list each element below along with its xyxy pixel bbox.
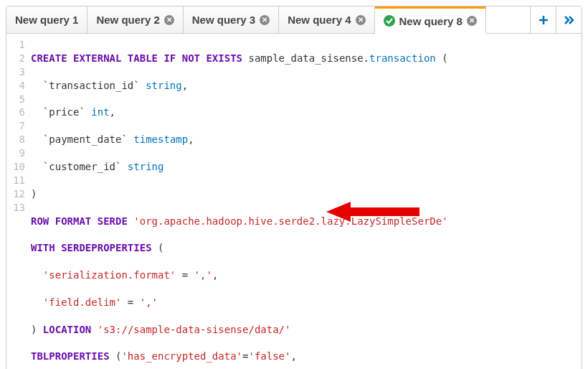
column-id: `customer_id` [43, 161, 122, 172]
string-literal: 'org.apache.hadoop.hive.serde2.lazy.Lazy… [133, 215, 447, 227]
chevron-double-right-icon [564, 15, 575, 25]
tab-query-3[interactable]: New query 3 ✕ [184, 6, 279, 33]
column-id: `price` [43, 106, 85, 118]
tab-query-2[interactable]: New query 2 ✕ [87, 6, 183, 33]
tab-label: New query 3 [192, 14, 255, 26]
type: timestamp [133, 134, 188, 145]
type: string [128, 161, 164, 172]
check-icon [384, 15, 395, 27]
line-gutter: 12345678910111213 [6, 38, 31, 369]
string-literal: 'false' [248, 350, 290, 362]
string-literal: 's3://sample-data-sisense/data/' [98, 324, 291, 335]
string-literal: 'serialization.format' [43, 269, 176, 281]
code-content[interactable]: CREATE EXTERNAL TABLE IF NOT EXISTS samp… [31, 38, 582, 369]
column-id: `payment_date` [43, 134, 128, 145]
database-name: sample_data_sisense [248, 52, 363, 64]
plus-icon [539, 15, 549, 25]
query-editor: New query 1 New query 2 ✕ New query 3 ✕ … [6, 6, 582, 369]
close-icon[interactable]: ✕ [260, 15, 270, 25]
keyword: TBLPROPERTIES [31, 350, 110, 362]
tab-label: New query 2 [96, 14, 159, 26]
column-id: `transaction_id` [43, 80, 140, 91]
string-literal: ',' [194, 269, 212, 281]
keyword: LOCATION [43, 324, 91, 335]
close-icon[interactable]: ✕ [164, 15, 174, 25]
overflow-tabs-button[interactable] [556, 6, 582, 33]
string-literal: ',' [140, 296, 158, 308]
tab-query-8-active[interactable]: New query 8 ✕ [375, 6, 486, 34]
tab-query-4[interactable]: New query 4 ✕ [279, 6, 374, 33]
tab-bar: New query 1 New query 2 ✕ New query 3 ✕ … [6, 6, 582, 34]
add-tab-button[interactable] [530, 6, 556, 33]
close-icon[interactable]: ✕ [356, 15, 366, 25]
keyword: WITH SERDEPROPERTIES [31, 242, 152, 253]
close-icon[interactable]: ✕ [467, 16, 477, 26]
string-literal: 'has_encrypted_data' [121, 350, 242, 362]
tab-label: New query 1 [15, 14, 78, 26]
tab-label: New query 4 [288, 14, 351, 26]
type: int [91, 106, 109, 118]
type: string [146, 80, 182, 91]
tab-query-1[interactable]: New query 1 [6, 6, 87, 33]
code-editor[interactable]: 12345678910111213 CREATE EXTERNAL TABLE … [6, 34, 582, 369]
keyword: ROW FORMAT SERDE [31, 215, 128, 227]
tab-label: New query 8 [399, 15, 463, 27]
table-name: transaction [369, 52, 436, 64]
keyword: CREATE EXTERNAL TABLE IF NOT EXISTS [31, 52, 242, 64]
string-literal: 'field.delim' [43, 296, 122, 308]
